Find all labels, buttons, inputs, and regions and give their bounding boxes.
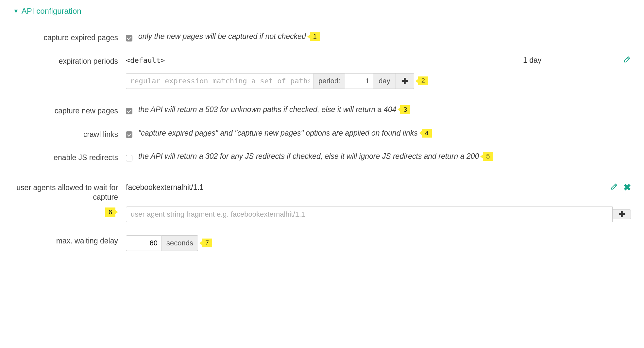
section-title: API configuration [22, 7, 81, 16]
label-capture-expired: capture expired pages [13, 32, 126, 42]
checkbox-js-redirects[interactable] [126, 155, 132, 161]
expiration-default-period: 1 day [523, 56, 605, 65]
plus-icon: ✚ [619, 210, 625, 219]
delete-icon[interactable]: ✖ [623, 182, 631, 192]
collapse-triangle-icon: ▼ [13, 8, 19, 15]
period-unit-select[interactable]: day [373, 73, 396, 89]
label-js-redirects: enable JS redirects [13, 152, 126, 162]
checkbox-capture-new[interactable] [126, 108, 132, 114]
period-label: period: [314, 73, 345, 89]
annotation-badge-6: 6 [105, 207, 115, 217]
label-expiration-periods: expiration periods [13, 56, 126, 66]
plus-icon: ✚ [401, 76, 408, 86]
hint-js-redirects: the API will return a 302 for any JS red… [138, 152, 479, 161]
period-value-input[interactable] [345, 73, 373, 89]
hint-capture-expired: only the new pages will be captured if n… [138, 32, 306, 41]
annotation-badge-2: 2 [418, 76, 428, 85]
annotation-badge-5: 5 [483, 152, 493, 161]
user-agent-item: facebookexternalhit/1.1 [126, 183, 602, 192]
hint-crawl-links: "capture expired pages" and "capture new… [138, 129, 418, 138]
annotation-badge-3: 3 [400, 105, 410, 114]
annotation-badge-1: 1 [310, 32, 320, 41]
label-capture-new: capture new pages [13, 105, 126, 116]
add-user-agent-button[interactable]: ✚ [613, 209, 631, 219]
label-user-agents: user agents allowed to wait for capture [13, 182, 126, 202]
checkbox-capture-expired[interactable] [126, 35, 132, 41]
label-max-delay: max. waiting delay [13, 235, 126, 246]
label-crawl-links: crawl links [13, 129, 126, 139]
hint-capture-new: the API will return a 503 for unknown pa… [138, 105, 396, 114]
annotation-badge-4: 4 [422, 129, 432, 138]
max-delay-input[interactable] [126, 235, 162, 251]
user-agent-input[interactable] [126, 207, 613, 222]
expiration-default-name: <default> [126, 56, 523, 64]
expiration-regex-input[interactable] [126, 73, 314, 89]
section-header[interactable]: ▼ API configuration [13, 7, 631, 16]
edit-icon[interactable] [623, 57, 631, 65]
add-expiration-button[interactable]: ✚ [396, 73, 414, 89]
edit-icon[interactable] [610, 184, 620, 192]
checkbox-crawl-links[interactable] [126, 131, 132, 138]
annotation-badge-7: 7 [202, 239, 212, 247]
max-delay-unit: seconds [162, 235, 198, 251]
